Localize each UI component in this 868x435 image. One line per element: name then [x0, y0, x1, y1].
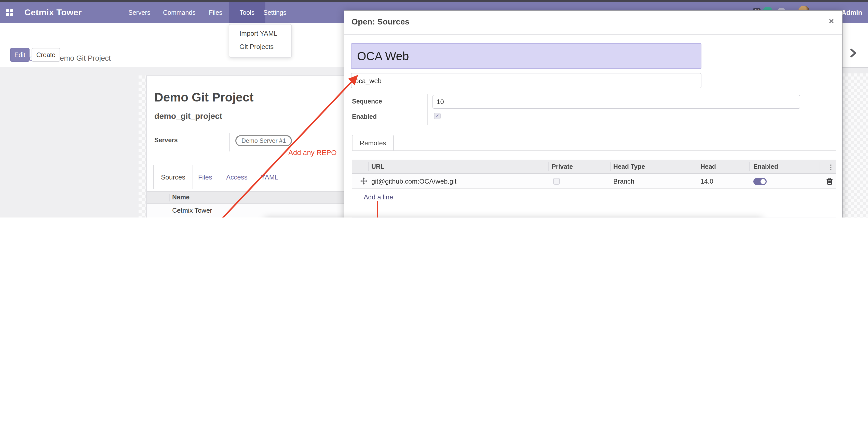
col-head[interactable]: Head	[701, 160, 716, 173]
add-a-line-link[interactable]: Add a line	[364, 192, 393, 201]
trash-icon[interactable]	[826, 177, 833, 185]
source-code-input[interactable]: oca_web	[351, 73, 702, 88]
open-sources-modal: Open: Sources × OCA Web oca_web Sequence…	[344, 10, 842, 218]
hatch-right-strip	[841, 74, 868, 218]
menu-item-git-projects[interactable]: Git Projects	[240, 43, 274, 51]
servers-label: Servers	[154, 137, 178, 144]
source-row[interactable]: Cetmix Tower	[147, 204, 360, 217]
enabled-checkbox[interactable]: ✓	[434, 113, 441, 119]
tab-underline	[147, 189, 360, 189]
source-row[interactable]: OCA Web	[147, 217, 360, 218]
col-enabled[interactable]: Enabled	[753, 160, 778, 173]
right-side-panel	[841, 23, 868, 68]
column-name[interactable]: Name	[172, 194, 189, 201]
project-title: Demo Git Project	[154, 90, 253, 105]
open-sources-modal-title: Open: Sources	[351, 17, 409, 27]
git-project-form-card: Demo Git Project demo_git_project Server…	[146, 76, 360, 218]
enabled-label: Enabled	[352, 113, 377, 120]
apps-grid-icon[interactable]	[6, 9, 13, 16]
remote-head: 14.0	[701, 177, 713, 185]
menu-item-import-yaml[interactable]: Import YAML	[240, 30, 277, 37]
nav-item-servers[interactable]: Servers	[124, 2, 155, 23]
user-menu[interactable]: Admin	[841, 2, 862, 23]
remote-url: git@github.com:OCA/web.git	[371, 177, 457, 185]
window-top-strip	[0, 0, 868, 2]
drag-handle-icon[interactable]	[360, 177, 367, 184]
expand-chevron-icon[interactable]	[850, 49, 857, 58]
remotes-table-header: URL Private Head Type Head Enabled ⋮	[352, 160, 836, 174]
hatch-card-left	[138, 76, 146, 218]
edit-button[interactable]: Edit	[10, 48, 30, 62]
close-icon[interactable]: ×	[829, 16, 834, 27]
nav-item-settings[interactable]: Settings	[259, 2, 291, 23]
private-checkbox[interactable]	[553, 178, 560, 184]
tab-remotes[interactable]: Remotes	[352, 135, 394, 151]
server-tag[interactable]: Demo Server #1	[235, 135, 292, 146]
col-url[interactable]: URL	[371, 160, 384, 173]
col-private[interactable]: Private	[552, 160, 573, 173]
card-tabs: Sources Files Access YAML	[147, 165, 360, 189]
field-separator	[229, 133, 230, 151]
right-gray-strip	[841, 68, 868, 74]
source-name-input[interactable]: OCA Web	[351, 44, 702, 69]
screen: Cetmix Tower Servers Commands Files Tool…	[0, 0, 868, 218]
tools-dropdown-menu: Import YAML Git Projects	[229, 24, 292, 58]
remote-head-type: Branch	[613, 177, 634, 185]
tab-files[interactable]: Files	[198, 165, 212, 189]
brand-title[interactable]: Cetmix Tower	[25, 2, 82, 23]
nav-item-files[interactable]: Files	[204, 2, 227, 23]
sequence-label: Sequence	[352, 98, 382, 105]
nav-item-commands[interactable]: Commands	[158, 2, 200, 23]
create-button[interactable]: Create	[32, 48, 60, 62]
enabled-toggle[interactable]	[753, 178, 767, 185]
kebab-icon[interactable]: ⋮	[828, 160, 834, 173]
sequence-input[interactable]: 10	[432, 95, 800, 109]
annotation-add-any-repo: Add any REPO	[288, 148, 337, 156]
col-head-type[interactable]: Head Type	[613, 160, 645, 173]
remote-row[interactable]: git@github.com:OCA/web.git Branch 14.0	[352, 174, 836, 189]
sources-list-header: Name	[147, 191, 360, 204]
tab-access[interactable]: Access	[226, 165, 248, 189]
breadcrumb-current: Demo Git Project	[55, 54, 111, 62]
project-code: demo_git_project	[154, 112, 222, 121]
tab-sources[interactable]: Sources	[153, 165, 193, 189]
tab-yaml[interactable]: YAML	[261, 165, 278, 189]
